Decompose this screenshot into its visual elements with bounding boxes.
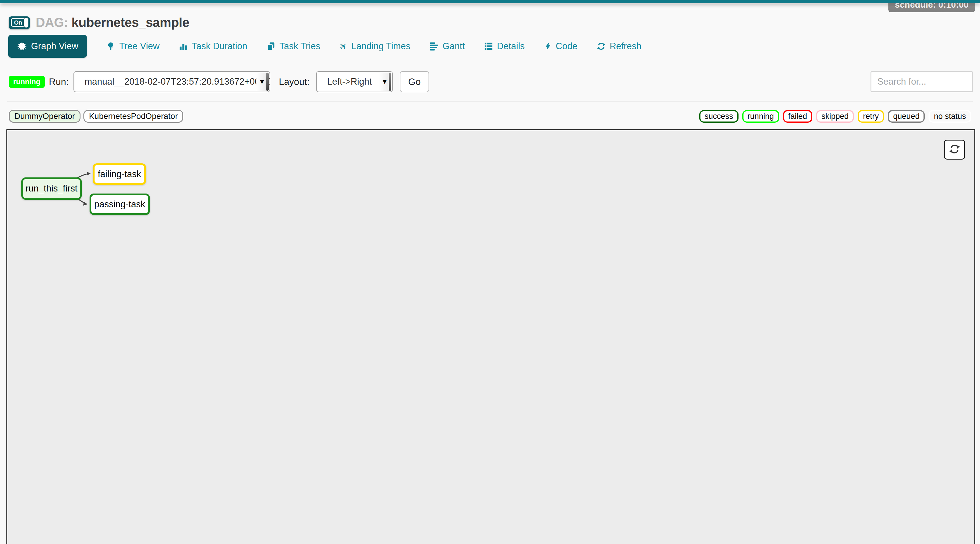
tab-label: Tree View (119, 41, 159, 51)
search-input[interactable] (870, 71, 973, 92)
status-legend-pill: running (742, 110, 779, 122)
graph-refresh-button[interactable] (944, 140, 965, 159)
dag-name: kubernetes_sample (72, 15, 189, 30)
top-navbar (0, 0, 980, 3)
tab-refresh[interactable]: Refresh (597, 41, 642, 51)
tab-landing-times[interactable]: ✈ Landing Times (340, 41, 410, 51)
run-controls-bar: running Run: manual__2018-02-07T23:57:20… (9, 71, 980, 92)
tab-label: Details (497, 41, 525, 51)
bolt-icon (544, 41, 552, 51)
refresh-icon (597, 42, 606, 51)
tab-label: Landing Times (351, 41, 410, 51)
select-arrow-strip: ▼ (379, 73, 391, 91)
view-tabs: Graph View Tree View Task Duration Task … (8, 35, 980, 58)
certificate-icon (17, 41, 27, 51)
edge-run_this_first-failing-task (77, 173, 90, 178)
tab-label: Task Duration (192, 41, 247, 51)
task-node-run_this_first[interactable]: run_this_first (21, 177, 82, 200)
tab-gantt[interactable]: Gantt (430, 41, 465, 51)
layout-select-value: Left->Right (317, 76, 372, 87)
status-legend-pill: no status (929, 110, 971, 122)
status-legend-pill: skipped (816, 110, 854, 122)
refresh-icon (949, 143, 960, 156)
chevron-down-icon: ▼ (383, 79, 387, 84)
plane-icon: ✈ (340, 42, 347, 51)
select-scrollbar (389, 73, 391, 91)
tab-graph-view[interactable]: Graph View (8, 35, 87, 58)
layout-label: Layout: (279, 76, 310, 87)
dag-on-off-toggle[interactable]: On (9, 16, 30, 29)
status-legend-pill: failed (783, 110, 813, 122)
status-legend-pill: success (699, 110, 738, 122)
chevron-down-icon: ▼ (260, 79, 264, 84)
duplicate-icon (267, 42, 275, 51)
task-node-failing-task[interactable]: failing-task (93, 163, 146, 185)
tab-label: Code (556, 41, 578, 51)
legend-row: DummyOperator KubernetesPodOperator succ… (9, 110, 971, 122)
dag-edges (7, 130, 974, 544)
operator-legend-pill: KubernetesPodOperator (83, 110, 183, 122)
run-select[interactable]: manual__2018-02-07T23:57:20.913672+00:00… (73, 71, 270, 92)
layout-select[interactable]: Left->Right ▼ (316, 71, 393, 92)
tab-label: Refresh (610, 41, 642, 51)
page-title: DAG: kubernetes_sample (36, 15, 189, 30)
list-icon (484, 42, 493, 51)
task-node-passing-task[interactable]: passing-task (89, 194, 150, 215)
tab-details[interactable]: Details (484, 41, 525, 51)
operator-legend: DummyOperator KubernetesPodOperator (9, 110, 183, 122)
status-legend-pill: queued (888, 110, 925, 122)
tab-label: Task Tries (280, 41, 321, 51)
dag-header: On DAG: kubernetes_sample schedule: 0:10… (0, 3, 980, 32)
tab-label: Gantt (442, 41, 465, 51)
go-button[interactable]: Go (400, 71, 430, 92)
airflow-graph-view-page: On DAG: kubernetes_sample schedule: 0:10… (0, 0, 980, 544)
bar-chart-icon (179, 42, 188, 51)
toggle-knob (24, 18, 29, 27)
select-arrow-strip: ▼ (256, 73, 269, 91)
dag-prefix-label: DAG: (36, 15, 68, 30)
run-label: Run: (49, 76, 69, 87)
tree-icon (106, 41, 115, 51)
tab-task-duration[interactable]: Task Duration (179, 41, 247, 51)
status-legend: success running failed skipped retry que… (699, 110, 971, 122)
toggle-on-label: On (11, 18, 25, 27)
tab-code[interactable]: Code (544, 41, 578, 51)
select-scrollbar (266, 73, 269, 91)
tab-task-tries[interactable]: Task Tries (267, 41, 321, 51)
section-divider (7, 101, 973, 102)
run-select-value: manual__2018-02-07T23:57:20.913672+00:00 (74, 76, 270, 87)
tab-tree-view[interactable]: Tree View (106, 41, 159, 51)
align-left-icon (430, 42, 439, 51)
operator-legend-pill: DummyOperator (9, 110, 81, 122)
dag-graph-canvas: run_this_first failing-task passing-task (6, 129, 975, 544)
tab-label: Graph View (31, 41, 78, 51)
status-legend-pill: retry (858, 110, 884, 122)
dag-run-status-badge: running (9, 76, 45, 88)
